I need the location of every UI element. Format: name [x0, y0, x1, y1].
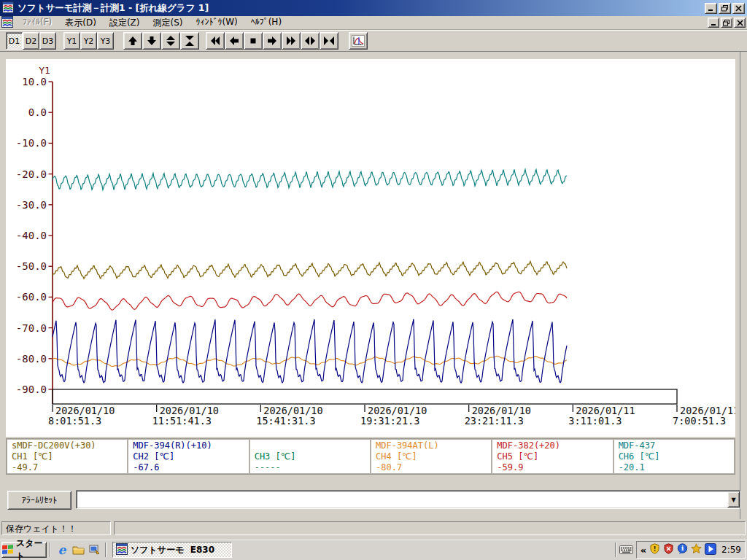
line-chart: Y110.00.0-10.0-20.0-30.0-40.0-50.0-60.0-… [6, 59, 735, 437]
toolbar-button-d2[interactable]: D2 [23, 32, 39, 50]
chart-panel: Y110.00.0-10.0-20.0-30.0-40.0-50.0-60.0-… [6, 59, 735, 437]
status-message: 保存ウェイト！！ [1, 521, 111, 535]
security-warning-shield-icon[interactable]: ! [649, 543, 660, 556]
media-player-icon[interactable] [705, 543, 716, 557]
minimize-button[interactable] [705, 3, 717, 14]
legend-series-name: MDF-382(+20) [497, 440, 608, 451]
start-button[interactable]: スタート [1, 542, 47, 558]
x-tick-time: 3:11:01.3 [568, 415, 622, 427]
menu-item-view[interactable]: 表示(D) [58, 15, 103, 31]
y-tick-label: -80.0 [16, 353, 47, 365]
legend-channel-label: CH3 [℃] [255, 451, 365, 462]
toolbar-button-y1[interactable]: Y1 [63, 32, 80, 50]
toolbar-button-collapse-vertical[interactable] [180, 32, 199, 50]
toolbar-button-fast-rewind[interactable] [206, 32, 225, 50]
menu-item-window[interactable]: ｳｨﾝﾄﾞｳ(W) [189, 15, 244, 31]
graph-window-client: Y110.00.0-10.0-20.0-30.0-40.0-50.0-60.0-… [0, 51, 747, 537]
combo-dropdown-button[interactable]: ▼ [727, 491, 740, 508]
toolbar-button-expand-horizontal[interactable] [301, 32, 320, 50]
legend-cell-ch2[interactable]: MDF-394(R)(+10)CH2 [℃]-67.6 [128, 440, 248, 473]
legend-cell-ch3[interactable]: CH3 [℃]----- [250, 440, 370, 473]
y-tick-label: -20.0 [16, 168, 47, 180]
legend-series-name: sMDF-DC200V(+30) [12, 440, 123, 451]
legend-channel-label: CH2 [℃] [133, 451, 244, 462]
legend-cell-ch6[interactable]: MDF-437CH6 [℃]-20.1 [614, 440, 734, 473]
fast-rewind-icon [211, 36, 220, 45]
task-app-icon [116, 543, 128, 557]
toolbar-button-y3[interactable]: Y3 [97, 32, 114, 50]
series-ch1-line [53, 261, 567, 279]
toolbar-button-expand-vertical[interactable] [161, 32, 180, 50]
legend-current-value: -80.7 [376, 462, 487, 473]
task-button-softthermo[interactable]: ソフトサーモ E830 [112, 542, 232, 558]
fast-forward-icon [287, 36, 295, 45]
star-icon[interactable] [691, 543, 702, 556]
mdi-window-buttons [706, 18, 746, 28]
window-title: ソフトサーモ計測－計測1 - [折れ線グラフ 1] [18, 2, 703, 15]
arrow-up-icon [128, 36, 137, 45]
keyboard-indicator-icon[interactable] [619, 545, 633, 555]
alarm-reset-button[interactable]: ｱﾗｰﾑﾘｾｯﾄ [7, 491, 71, 510]
toolbar-button-stop[interactable] [244, 32, 263, 50]
legend-series-name: MDF-394AT(L) [376, 440, 487, 451]
alarm-combo[interactable]: ▼ [76, 490, 741, 509]
mdi-close-button[interactable] [734, 18, 746, 28]
tray-chevron-icon[interactable]: « [640, 545, 646, 556]
legend-cell-ch4[interactable]: MDF-394AT(L)CH4 [℃]-80.7 [371, 440, 491, 473]
menu-item-file[interactable]: ﾌｧｲﾙ(F) [16, 15, 58, 31]
channel-legend: sMDF-DC200V(+30)CH1 [℃]-49.7MDF-394(R)(+… [6, 438, 735, 475]
series-ch5-line [53, 292, 567, 310]
security-alert-shield-icon[interactable] [663, 543, 674, 556]
client-border [740, 52, 740, 537]
legend-series-name [255, 440, 365, 451]
internet-explorer-icon[interactable]: e [54, 542, 70, 558]
mdi-system-menu-icon[interactable] [1, 16, 13, 30]
step-right-icon [268, 36, 276, 45]
arrow-down-icon [147, 36, 156, 45]
legend-channel-label: CH5 [℃] [497, 451, 608, 462]
menu-item-help[interactable]: ﾍﾙﾌﾟ(H) [244, 15, 288, 31]
expand-horizontal-icon [305, 36, 315, 45]
toolbar-button-d1[interactable]: D1 [6, 32, 23, 50]
toolbar-button-step-right[interactable] [263, 32, 282, 50]
toolbar-button-y2[interactable]: Y2 [80, 32, 97, 50]
taskbar-separator [105, 542, 107, 557]
toolbar-button-d3[interactable]: D3 [39, 32, 56, 50]
close-button[interactable] [732, 3, 745, 14]
mdi-minimize-button[interactable] [708, 18, 719, 28]
y-tick-label: 10.0 [22, 76, 47, 88]
taskbar: スタート e ソフトサーモ E830 « ! i 2:59 [0, 540, 747, 560]
y-tick-label: -10.0 [16, 137, 47, 149]
series-ch6-line [53, 169, 567, 190]
stop-icon [251, 39, 256, 44]
legend-current-value: -49.7 [12, 462, 123, 473]
menu-items: ﾌｧｲﾙ(F)表示(D)設定(Z)測定(S)ｳｨﾝﾄﾞｳ(W)ﾍﾙﾌﾟ(H) [16, 15, 706, 31]
toolbar-button-line-graph[interactable] [349, 32, 368, 50]
collapse-vertical-icon [185, 36, 194, 46]
show-desktop-icon[interactable] [86, 542, 102, 558]
toolbar-button-step-left[interactable] [225, 32, 244, 50]
menu-item-measure[interactable]: 測定(S) [146, 15, 189, 31]
y-tick-label: -50.0 [16, 260, 47, 272]
legend-channel-label: CH4 [℃] [376, 451, 487, 462]
toolbar-button-collapse-horizontal[interactable] [320, 32, 338, 50]
legend-channel-label: CH6 [℃] [619, 451, 729, 462]
alarm-combo-value[interactable] [77, 491, 727, 508]
status-bar: 保存ウェイト！！ [0, 519, 747, 537]
restore-button[interactable] [719, 3, 731, 14]
toolbar-button-arrow-up[interactable] [123, 32, 142, 50]
legend-cell-ch5[interactable]: MDF-382(+20)CH5 [℃]-59.9 [492, 440, 612, 473]
info-balloon-icon[interactable]: i [677, 543, 688, 556]
x-tick-time: 7:00:51.3 [673, 415, 726, 427]
mdi-restore-button[interactable] [721, 18, 732, 28]
menu-item-settings[interactable]: 設定(Z) [103, 15, 147, 31]
legend-current-value: -67.6 [133, 462, 244, 473]
y-tick-label: -60.0 [16, 291, 47, 303]
folder-icon[interactable] [70, 542, 86, 558]
toolbar: D1D2D3Y1Y2Y3 [0, 30, 747, 51]
toolbar-button-fast-forward[interactable] [282, 32, 301, 50]
toolbar-button-arrow-down[interactable] [142, 32, 161, 50]
menu-bar: ﾌｧｲﾙ(F)表示(D)設定(Z)測定(S)ｳｨﾝﾄﾞｳ(W)ﾍﾙﾌﾟ(H) [0, 16, 747, 30]
screen: ソフトサーモ計測－計測1 - [折れ線グラフ 1] ﾌｧｲﾙ(F)表示(D)設定… [0, 0, 747, 560]
legend-cell-ch1[interactable]: sMDF-DC200V(+30)CH1 [℃]-49.7 [7, 440, 127, 473]
